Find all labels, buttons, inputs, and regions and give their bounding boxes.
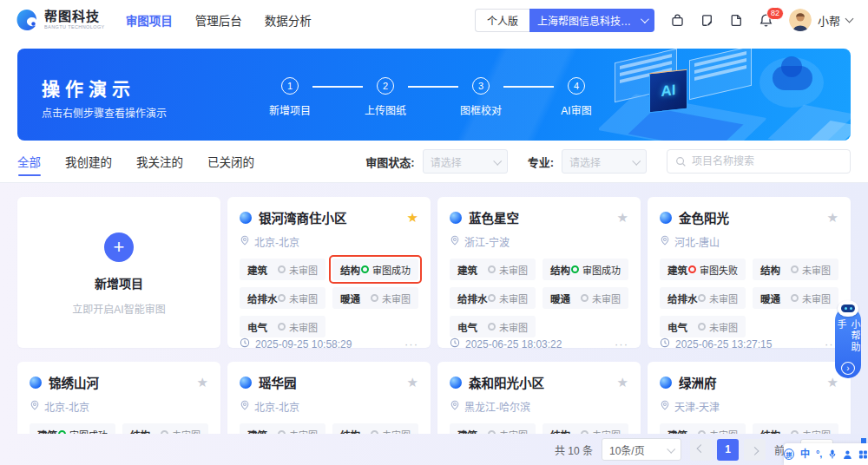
- project-card[interactable]: 瑶华园★北京-北京建筑未审图结构未审图: [227, 362, 431, 434]
- location-pin-icon: [30, 400, 40, 413]
- major-select[interactable]: 请选择: [562, 149, 647, 174]
- discipline-badge-暖通[interactable]: 暖通未审图: [753, 287, 838, 309]
- discipline-badge-给排水[interactable]: 给排水未审图: [240, 287, 326, 309]
- search-input[interactable]: [692, 155, 842, 167]
- assistant-widget[interactable]: 小帮助手 ›: [835, 307, 861, 378]
- search-icon: [675, 156, 687, 167]
- star-icon[interactable]: ★: [827, 376, 838, 389]
- chevron-down-icon: [493, 156, 502, 165]
- star-icon[interactable]: ★: [197, 376, 208, 389]
- discipline-status: 未审图: [278, 291, 318, 305]
- ime-logo-icon[interactable]: 拼: [784, 449, 794, 460]
- more-button[interactable]: ···: [615, 337, 628, 350]
- discipline-badge-结构[interactable]: 结构未审图: [542, 423, 628, 434]
- discipline-badge-电气[interactable]: 电气未审图: [450, 316, 536, 337]
- discipline-status: 未审图: [698, 291, 738, 305]
- status-select[interactable]: 请选择: [423, 149, 508, 174]
- status-dot-icon: [278, 323, 286, 331]
- logo-icon: [16, 9, 38, 31]
- nav-item-link[interactable]: 管理后台: [195, 11, 242, 29]
- discipline-status: 未审图: [581, 428, 621, 435]
- discipline-badge-建筑[interactable]: 建筑未审图: [240, 423, 326, 434]
- discipline-badge-结构[interactable]: 结构未审图: [753, 423, 838, 434]
- star-icon[interactable]: ★: [407, 376, 418, 389]
- ime-language-toggle[interactable]: 中: [800, 449, 810, 459]
- discipline-badge-暖通[interactable]: 暖通未审图: [332, 287, 418, 309]
- next-page-button[interactable]: [744, 439, 766, 461]
- project-card[interactable]: 锦绣山河★北京-北京建筑审图成功结构未审图: [17, 362, 220, 434]
- nav-item-link[interactable]: 数据分析: [265, 11, 312, 29]
- demo-step-2: 2上传图纸: [363, 77, 408, 117]
- tab-已关闭的[interactable]: 已关闭的: [207, 141, 254, 182]
- logo[interactable]: 帮图科技 BANGTU TECHNOLOGY: [16, 9, 105, 31]
- search-box: [667, 149, 851, 174]
- discipline-badge-建筑[interactable]: 建筑未审图: [660, 423, 746, 434]
- discipline-label: 结构: [760, 428, 780, 435]
- tab-我关注的[interactable]: 我关注的: [136, 141, 183, 182]
- step-label: 新增项目: [269, 102, 311, 117]
- bag-icon[interactable]: [670, 13, 685, 28]
- status-text: 审图失败: [700, 263, 738, 277]
- project-card[interactable]: 森和阳光小区★黑龙江-哈尔滨建筑未审图结构未审图: [437, 362, 641, 434]
- discipline-badge-给排水[interactable]: 给排水未审图: [660, 287, 746, 309]
- tab-我创建的[interactable]: 我创建的: [65, 141, 112, 182]
- discipline-status: 审图成功: [571, 263, 621, 277]
- project-card[interactable]: 金色阳光★河北-唐山建筑审图失败结构未审图给排水未审图暖通未审图电气未审图202…: [648, 197, 851, 348]
- discipline-label: 结构: [340, 428, 360, 435]
- discipline-badge-建筑[interactable]: 建筑未审图: [240, 259, 326, 280]
- discipline-label: 结构: [760, 263, 780, 277]
- star-icon[interactable]: ★: [617, 376, 628, 389]
- discipline-badge-建筑[interactable]: 建筑未审图: [450, 423, 536, 434]
- discipline-label: 结构: [550, 428, 570, 435]
- tab-全部[interactable]: 全部: [17, 141, 41, 182]
- discipline-label: 给排水: [667, 291, 698, 305]
- discipline-status: 未审图: [278, 263, 318, 277]
- star-icon[interactable]: ★: [407, 211, 418, 224]
- user-menu[interactable]: 小帮: [789, 9, 852, 31]
- nav-item-active[interactable]: 审图项目: [126, 11, 173, 29]
- notification-bell-icon[interactable]: 82: [759, 13, 773, 28]
- clock-icon: [450, 337, 460, 350]
- project-card[interactable]: 银河湾商住小区★北京-北京建筑未审图结构审图成功给排水未审图暖通未审图电气未审图…: [227, 197, 431, 348]
- location-pin-icon: [240, 400, 250, 413]
- more-button[interactable]: ···: [404, 337, 418, 350]
- status-text: 未审图: [802, 291, 831, 305]
- microphone-icon[interactable]: [828, 449, 837, 460]
- status-dot-icon: [698, 323, 706, 331]
- status-text: 未审图: [802, 428, 831, 435]
- discipline-badge-给排水[interactable]: 给排水未审图: [450, 287, 536, 309]
- status-dot-icon: [488, 265, 496, 273]
- project-card[interactable]: 绿洲府★天津-天津建筑未审图结构未审图: [648, 362, 851, 434]
- person-icon[interactable]: [843, 449, 852, 460]
- current-page[interactable]: 1: [717, 439, 739, 461]
- discipline-badge-电气[interactable]: 电气未审图: [660, 316, 746, 337]
- company-selector[interactable]: 上海帮图信息科技有限...: [529, 9, 654, 32]
- discipline-badge-暖通[interactable]: 暖通未审图: [542, 287, 628, 309]
- discipline-badge-建筑[interactable]: 建筑审图成功: [30, 423, 115, 434]
- new-project-card[interactable]: + 新增项目 立即开启AI智能审图: [17, 197, 220, 348]
- discipline-badge-结构[interactable]: 结构未审图: [753, 259, 838, 280]
- discipline-badge-结构[interactable]: 结构未审图: [122, 423, 208, 434]
- personal-edition-button[interactable]: 个人版: [475, 9, 529, 32]
- keyboard-grid-icon[interactable]: [858, 449, 868, 460]
- document-edit-icon[interactable]: [700, 13, 714, 28]
- page-size-select[interactable]: 10条/页: [602, 438, 681, 461]
- project-card[interactable]: 蓝色星空★浙江-宁波建筑未审图结构审图成功给排水未审图暖通未审图电气未审图202…: [437, 197, 641, 348]
- status-dot-icon: [698, 430, 706, 434]
- discipline-badge-结构[interactable]: 结构未审图: [332, 423, 418, 434]
- main-nav: 审图项目管理后台数据分析: [126, 11, 312, 29]
- discipline-badge-结构[interactable]: 结构审图成功: [332, 259, 418, 280]
- discipline-badge-电气[interactable]: 电气未审图: [240, 316, 326, 337]
- document-icon[interactable]: [729, 13, 744, 28]
- discipline-badge-建筑[interactable]: 建筑未审图: [450, 259, 536, 280]
- star-icon[interactable]: ★: [617, 211, 628, 224]
- discipline-badge-结构[interactable]: 结构审图成功: [542, 259, 628, 280]
- status-dot-icon: [58, 430, 66, 434]
- prev-page-button[interactable]: [690, 439, 712, 461]
- ime-punctuation-toggle[interactable]: °,: [816, 449, 822, 459]
- discipline-label: 建筑: [457, 263, 477, 277]
- discipline-badge-建筑[interactable]: 建筑审图失败: [660, 259, 746, 280]
- status-dot-icon: [791, 430, 799, 434]
- star-icon[interactable]: ★: [827, 211, 838, 224]
- demo-step-3: 3图框校对: [458, 77, 503, 117]
